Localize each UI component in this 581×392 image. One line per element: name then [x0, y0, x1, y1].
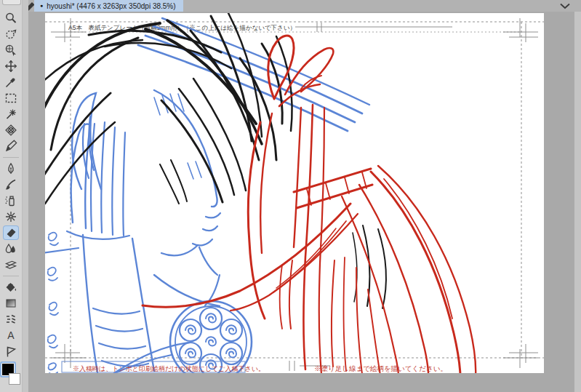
magic-wand-icon	[4, 108, 17, 121]
airbrush-tool[interactable]	[4, 194, 18, 207]
toolbar-divider	[3, 276, 19, 276]
template-footer-right-text: ※塗り足し線まで絵柄を描いてください。	[314, 364, 447, 372]
liquify-tool[interactable]	[4, 258, 18, 271]
pen-nib-icon	[4, 162, 17, 175]
stacked-sheets-icon	[4, 258, 17, 271]
rotate-tool[interactable]	[4, 28, 18, 41]
water-drops-icon	[4, 242, 17, 255]
eyedropper-icon	[4, 76, 17, 89]
rotate-view-icon	[4, 28, 17, 41]
pen-tool[interactable]	[4, 162, 18, 175]
eraser-tool[interactable]	[4, 226, 18, 239]
blend-tool[interactable]	[4, 242, 18, 255]
document-dot: ●	[40, 0, 43, 12]
wheel-cursor-icon	[4, 44, 17, 57]
app-window: { "tab_bar": { "active_tab": { "bullet":…	[0, 0, 581, 392]
figure-tool[interactable]	[4, 313, 18, 326]
auto-select-tool[interactable]	[4, 108, 18, 121]
toolbar-divider	[3, 157, 19, 158]
zoom-tool[interactable]	[4, 12, 18, 25]
text-icon: A	[4, 329, 17, 342]
eraser-icon	[4, 226, 17, 239]
spray-can-icon	[4, 194, 17, 207]
magnifier-icon	[4, 12, 17, 25]
chevron-down-icon[interactable]	[559, 2, 571, 10]
flag-icon	[4, 345, 17, 358]
color-swatches	[1, 362, 21, 387]
pencil-icon	[4, 140, 17, 153]
sketch-red-layer	[143, 36, 476, 373]
marquee-icon	[4, 92, 17, 105]
selection-tool[interactable]	[4, 92, 18, 105]
toolbar-edge-strip	[23, 0, 28, 392]
gradient-tool[interactable]	[4, 297, 18, 310]
tool-palette: A	[0, 0, 23, 392]
background-color-swatch[interactable]	[9, 373, 20, 385]
gradient-square-icon	[4, 297, 17, 310]
decoration-tool[interactable]	[4, 210, 18, 223]
operation-tool[interactable]	[4, 44, 18, 57]
diamond-mesh-icon	[4, 124, 17, 137]
paintbrush-icon	[4, 178, 17, 191]
brush-tool[interactable]	[4, 178, 18, 191]
clipped-tool-button[interactable]	[2, 0, 21, 5]
document-tab[interactable]: ● hyoushi* (4476 x 3263px 350dpi 38.5%)	[34, 0, 183, 12]
canvas-surface[interactable]: A5本 表紙テンプレート（背幅2mm用）（※この上には絵を描かないで下さい）	[45, 13, 544, 373]
sparkle-icon	[4, 210, 17, 223]
eyedropper-tool[interactable]	[4, 76, 18, 89]
template-footer-left-text: ※入稿時は、トンボと印刷絵柄だけの状態にしてご入稿下さい。	[73, 365, 265, 372]
document-canvas[interactable]: A5本 表紙テンプレート（背幅2mm用）（※この上には絵を描かないで下さい）	[45, 13, 544, 373]
dash-pattern-icon	[4, 313, 17, 326]
mesh-tool[interactable]	[4, 124, 18, 137]
tab-bar: ● hyoushi* (4476 x 3263px 350dpi 38.5%)	[23, 0, 581, 12]
paint-bucket-icon	[4, 281, 17, 294]
fill-tool[interactable]	[4, 281, 18, 294]
svg-text:A: A	[7, 329, 15, 341]
move-tool[interactable]	[4, 60, 18, 73]
balloon-tool[interactable]	[4, 345, 18, 358]
pencil-tool[interactable]	[4, 140, 18, 153]
four-arrows-icon	[4, 60, 17, 73]
right-scroll-strip[interactable]	[574, 12, 581, 392]
text-tool[interactable]: A	[4, 329, 18, 342]
document-tab-label: hyoushi* (4476 x 3263px 350dpi 38.5%)	[47, 2, 175, 10]
